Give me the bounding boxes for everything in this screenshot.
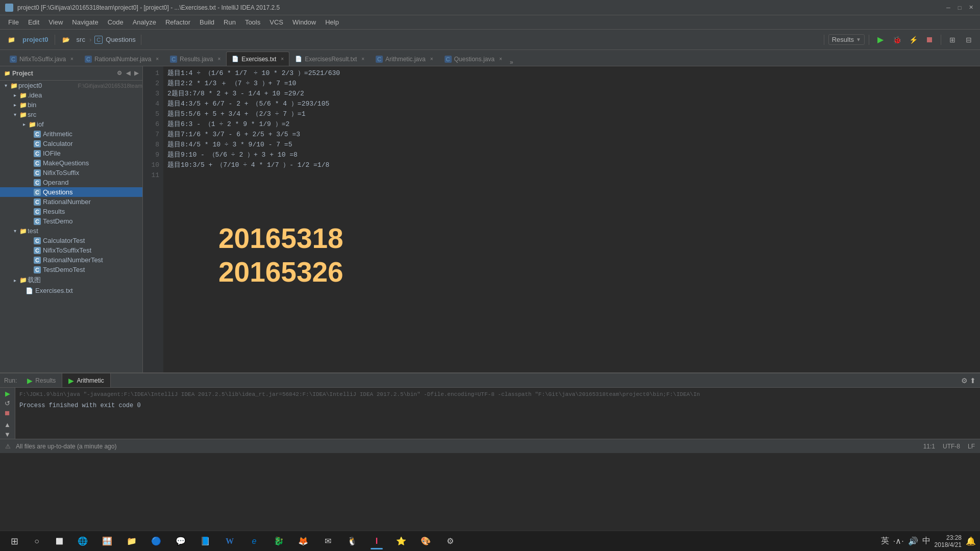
taskbar-word[interactable]: W	[218, 533, 241, 550]
tree-item-bin[interactable]: ▸ 📁 bin	[0, 100, 142, 110]
tree-item-resultsClass[interactable]: C Results	[0, 207, 142, 216]
menu-help[interactable]: Help	[321, 16, 343, 28]
menu-build[interactable]: Build	[195, 16, 218, 28]
run-button[interactable]: ▶	[873, 33, 888, 47]
tree-item-makeQuestions[interactable]: C MakeQuestions	[0, 158, 142, 168]
taskbar-edge[interactable]: e	[243, 533, 265, 550]
taskbar-app-17[interactable]: ⭐	[390, 533, 412, 550]
menu-refactor[interactable]: Refactor	[161, 16, 194, 28]
output-stop-btn[interactable]: ⏹	[2, 409, 13, 417]
menu-tools[interactable]: Tools	[241, 16, 264, 28]
taskbar-search[interactable]: ○	[27, 533, 47, 550]
tab-arithmetic[interactable]: C Arithmetic.java ×	[370, 52, 439, 66]
output-tab-arithmetic[interactable]: ▶ Arithmetic	[62, 373, 110, 387]
menu-file[interactable]: File	[4, 16, 23, 28]
layout-button-2[interactable]: ⊟	[962, 33, 976, 47]
tray-lang[interactable]: 英	[881, 536, 889, 546]
editor-content[interactable]: 1 2 3 4 5 6 7 8 9 10 11 题目1:4 ÷ （1/6 * 1…	[143, 66, 980, 372]
toolbar-project-name[interactable]: project0	[20, 36, 51, 43]
tab-close-arithmetic[interactable]: ×	[430, 56, 433, 62]
taskbar-file-explorer[interactable]: 📁	[120, 533, 143, 550]
tree-item-src[interactable]: ▾ 📁 src	[0, 110, 142, 119]
tray-volume[interactable]: 🔊	[908, 536, 918, 546]
output-scroll-up[interactable]: ⬆	[970, 377, 976, 385]
close-button[interactable]: ✕	[967, 4, 975, 12]
results-dropdown[interactable]: Results ▼	[828, 34, 865, 45]
menu-edit[interactable]: Edit	[24, 16, 43, 28]
taskbar-browser-edge[interactable]: 🌐	[71, 533, 94, 550]
tree-item-idea[interactable]: ▸ 📁 .idea	[0, 90, 142, 100]
tree-item-calculatorTest[interactable]: C CalculatorTest	[0, 236, 142, 245]
output-text-area[interactable]: F:\JDK1.9\bin\java "-javaagent:F:\IDEA\I…	[15, 388, 980, 439]
tab-close-rationalNumber[interactable]: ×	[156, 56, 159, 62]
output-rerun-btn[interactable]: ↺	[2, 399, 13, 407]
tree-item-project0[interactable]: ▾ 📁 project0 F:\Git\java\20165318team	[0, 81, 142, 90]
tab-nifixToSuffix[interactable]: C NifixToSuffix.java ×	[4, 52, 79, 66]
tree-item-ioFile[interactable]: C IOFile	[0, 148, 142, 158]
tab-close-exercises[interactable]: ×	[281, 56, 284, 62]
menu-view[interactable]: View	[44, 16, 67, 28]
taskbar-app-6[interactable]: 🔵	[145, 533, 167, 550]
tray-notification[interactable]: 🔔	[966, 536, 976, 546]
taskbar-windows[interactable]: 🪟	[96, 533, 118, 550]
stop-button[interactable]: ⏹	[922, 33, 937, 47]
tree-item-testDemo[interactable]: C TestDemo	[0, 216, 142, 226]
taskbar-app-11[interactable]: 🐉	[267, 533, 290, 550]
sidebar-settings-icon[interactable]: ⚙	[117, 70, 122, 77]
taskbar-mail[interactable]: ✉	[316, 533, 339, 550]
tree-item-arithmetic[interactable]: C Arithmetic	[0, 129, 142, 139]
debug-button[interactable]: 🐞	[890, 33, 904, 47]
tab-results[interactable]: C Results.java ×	[164, 52, 226, 66]
tree-item-exercisesTxt[interactable]: 📄 Exercises.txt	[0, 286, 142, 295]
tray-input-method[interactable]: 中	[922, 536, 930, 546]
taskbar-app-8[interactable]: 📘	[194, 533, 216, 550]
tree-item-nifixToSuffix[interactable]: C NifixToSuffix	[0, 168, 142, 178]
tree-item-rationalNumberTest[interactable]: C RationalNumberTest	[0, 255, 142, 265]
taskbar-app-18[interactable]: 🎨	[414, 533, 437, 550]
menu-analyze[interactable]: Analyze	[129, 16, 160, 28]
tab-rationalNumber[interactable]: C RationalNumber.java ×	[79, 52, 164, 66]
menu-code[interactable]: Code	[104, 16, 128, 28]
minimize-button[interactable]: ─	[944, 4, 952, 12]
tree-item-testDemoTest[interactable]: C TestDemoTest	[0, 265, 142, 274]
layout-button-1[interactable]: ⊞	[945, 33, 960, 47]
coverage-button[interactable]: ⚡	[906, 33, 920, 47]
tab-close-questions[interactable]: ×	[499, 56, 502, 62]
code-text-area[interactable]: 题目1:4 ÷ （1/6 * 1/7 ÷ 10 * 2/3 ）=2521/630…	[163, 66, 980, 372]
tree-item-zaitu[interactable]: ▸ 📁 载图	[0, 274, 142, 286]
menu-window[interactable]: Window	[288, 16, 320, 28]
taskbar-app-19[interactable]: ⚙	[439, 533, 461, 550]
output-tab-results[interactable]: ▶ Results	[21, 373, 62, 387]
tab-questions[interactable]: C Questions.java ×	[439, 52, 508, 66]
tree-item-iof[interactable]: ▸ 📁 iof	[0, 119, 142, 129]
status-position[interactable]: 11:1	[923, 443, 935, 450]
output-settings-icon[interactable]: ⚙	[961, 377, 968, 385]
taskbar-start[interactable]: ⊞	[4, 533, 24, 550]
tree-item-nifixToSuffixTest[interactable]: C NifixToSuffixTest	[0, 245, 142, 255]
taskbar-firefox[interactable]: 🦊	[292, 533, 314, 550]
tray-dots[interactable]: ·∧·	[893, 536, 904, 546]
taskbar-idea[interactable]: I	[365, 533, 388, 550]
output-up-btn[interactable]: ▲	[2, 421, 13, 429]
tab-exercises[interactable]: 📄 Exercises.txt ×	[226, 52, 289, 66]
tab-close-results[interactable]: ×	[217, 56, 220, 62]
tree-item-operand[interactable]: C Operand	[0, 178, 142, 187]
tab-close-exercisesResult[interactable]: ×	[361, 56, 364, 62]
sidebar-arrow-right[interactable]: ▶	[134, 70, 138, 77]
tabs-more-button[interactable]: »	[510, 59, 513, 66]
taskbar-taskview[interactable]: ⬜	[49, 533, 69, 550]
tree-item-questions[interactable]: C Questions	[0, 187, 142, 197]
menu-vcs[interactable]: VCS	[265, 16, 287, 28]
tree-item-test[interactable]: ▾ 📁 test	[0, 226, 142, 236]
tree-item-rationalNumber[interactable]: C RationalNumber	[0, 197, 142, 207]
output-run-btn[interactable]: ▶	[2, 390, 13, 397]
maximize-button[interactable]: □	[955, 4, 964, 12]
taskbar-ubuntu[interactable]: 🐧	[341, 533, 363, 550]
tab-exercisesResult[interactable]: 📄 ExercisesResult.txt ×	[289, 52, 370, 66]
menu-run[interactable]: Run	[219, 16, 240, 28]
menu-navigate[interactable]: Navigate	[68, 16, 102, 28]
tab-close-nifixToSuffix[interactable]: ×	[70, 56, 74, 62]
taskbar-wechat[interactable]: 💬	[169, 533, 192, 550]
sidebar-arrow-left[interactable]: ◀	[126, 70, 130, 77]
output-down-btn[interactable]: ▼	[2, 431, 13, 438]
